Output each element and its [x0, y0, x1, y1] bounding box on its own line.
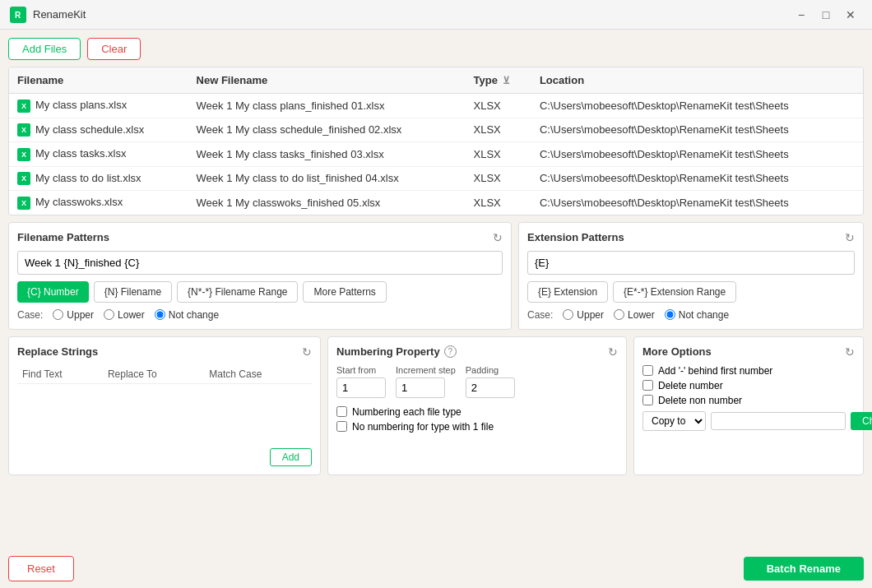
col-new-filename: New Filename [188, 67, 466, 94]
no-numbering-row: No numbering for type with 1 file [336, 421, 618, 433]
ext-btn-extension[interactable]: {E} Extension [527, 281, 608, 303]
titlebar: R RenameKit − □ ✕ [0, 0, 872, 30]
minimize-button[interactable]: − [790, 5, 813, 25]
col-filename: Filename [9, 67, 188, 94]
cell-type: XLSX [466, 142, 531, 167]
filename-case-upper[interactable]: Upper [53, 309, 94, 321]
maximize-button[interactable]: □ [814, 5, 837, 25]
clear-button[interactable]: Clear [87, 38, 141, 60]
replace-add-button[interactable]: Add [270, 448, 312, 466]
more-options-title: More Options [642, 345, 712, 358]
padding-input[interactable] [466, 377, 515, 398]
increment-step-group: Increment step [396, 365, 456, 398]
pattern-btn-filename-range[interactable]: {N*-*} Filename Range [177, 281, 298, 303]
pattern-btn-number[interactable]: {C} Number [17, 281, 89, 303]
batch-rename-button[interactable]: Batch Rename [744, 557, 864, 581]
extension-case-lower[interactable]: Lower [614, 309, 655, 321]
filename-case-lower[interactable]: Lower [104, 309, 145, 321]
cell-type: XLSX [466, 166, 531, 191]
extension-case-upper[interactable]: Upper [563, 309, 604, 321]
replace-strings-refresh-icon[interactable]: ↻ [302, 345, 312, 359]
change-button[interactable]: Change [851, 412, 872, 430]
cell-location: C:\Users\mobeesoft\Desktop\RenameKit tes… [531, 94, 863, 118]
extension-patterns-header: Extension Patterns ↻ [527, 231, 855, 244]
padding-group: Padding [466, 365, 515, 398]
filename-case-notchange[interactable]: Not change [155, 309, 219, 321]
replace-strings-panel: Replace Strings ↻ Find Text Replace To M… [8, 336, 321, 475]
no-numbering-label: No numbering for type with 1 file [352, 421, 494, 433]
more-options-refresh-icon[interactable]: ↻ [845, 345, 855, 359]
extension-pattern-buttons: {E} Extension {E*-*} Extension Range [527, 281, 855, 303]
delete-number-checkbox[interactable] [642, 380, 653, 391]
more-options-header: More Options ↻ [642, 345, 855, 359]
cell-filename: XMy class plans.xlsx [9, 94, 188, 118]
extension-case-row: Case: Upper Lower Not change [527, 309, 855, 321]
app-logo: R [10, 7, 26, 23]
numbering-each-file-checkbox[interactable] [336, 406, 347, 417]
numbering-property-refresh-icon[interactable]: ↻ [608, 345, 618, 359]
extension-case-notchange[interactable]: Not change [665, 309, 729, 321]
cell-new-filename: Week 1 My class to do list_finished 04.x… [188, 166, 466, 191]
close-button[interactable]: ✕ [839, 5, 862, 25]
copy-to-input[interactable] [711, 412, 846, 430]
copy-to-select[interactable]: Copy to Move to [642, 411, 706, 431]
reset-button[interactable]: Reset [8, 556, 74, 581]
cell-new-filename: Week 1 My class plans_finished 01.xlsx [188, 94, 466, 118]
start-from-group: Start from [336, 365, 386, 398]
cell-type: XLSX [466, 191, 531, 215]
replace-strings-title: Replace Strings [17, 345, 98, 358]
cell-location: C:\Users\mobeesoft\Desktop\RenameKit tes… [531, 191, 863, 215]
pattern-btn-filename[interactable]: {N} Filename [94, 281, 172, 303]
cell-new-filename: Week 1 My classwoks_finished 05.xlsx [188, 191, 466, 215]
col-type: Type ⊻ [466, 67, 531, 94]
filename-patterns-panel: Filename Patterns ↻ {C} Number {N} Filen… [8, 222, 512, 330]
file-icon: X [17, 197, 30, 210]
table-header-row: Filename New Filename Type ⊻ Location [9, 67, 863, 94]
filter-icon[interactable]: ⊻ [503, 75, 510, 86]
replace-strings-header: Replace Strings ↻ [17, 345, 312, 359]
copy-to-row: Copy to Move to Change [642, 411, 855, 431]
file-icon: X [17, 100, 30, 113]
numbering-info-icon[interactable]: ? [444, 345, 457, 358]
start-from-input[interactable] [336, 377, 386, 398]
numbering-property-header: Numbering Property ? ↻ [336, 345, 618, 359]
delete-non-number-row: Delete non number [642, 395, 855, 406]
replace-col-match: Match Case [204, 365, 312, 384]
delete-number-label: Delete number [658, 380, 723, 391]
filename-pattern-input[interactable] [17, 251, 503, 275]
extension-pattern-input[interactable] [527, 251, 855, 275]
app-title: RenameKit [33, 8, 790, 21]
file-icon: X [17, 123, 30, 137]
toolbar: Add Files Clear [8, 38, 864, 60]
delete-non-number-checkbox[interactable] [642, 395, 653, 405]
extension-patterns-refresh-icon[interactable]: ↻ [845, 231, 855, 244]
increment-step-input[interactable] [396, 377, 445, 398]
no-numbering-checkbox[interactable] [336, 421, 347, 432]
add-files-button[interactable]: Add Files [8, 38, 81, 60]
cell-new-filename: Week 1 My class schedule_finished 02.xls… [188, 118, 466, 142]
numbering-property-panel: Numbering Property ? ↻ Start from Increm… [327, 336, 627, 475]
panel-row-2: Replace Strings ↻ Find Text Replace To M… [8, 336, 864, 475]
padding-label: Padding [466, 365, 515, 375]
delete-non-number-label: Delete non number [658, 395, 742, 406]
cell-filename: XMy class to do list.xlsx [9, 166, 188, 191]
filename-case-row: Case: Upper Lower Not change [17, 309, 503, 321]
filename-patterns-header: Filename Patterns ↻ [17, 231, 503, 244]
numbering-fields: Start from Increment step Padding [336, 365, 618, 398]
delete-number-row: Delete number [642, 380, 855, 391]
file-table: Filename New Filename Type ⊻ Location XM… [9, 67, 863, 215]
ext-btn-range[interactable]: {E*-*} Extension Range [613, 281, 736, 303]
filename-patterns-refresh-icon[interactable]: ↻ [493, 231, 503, 244]
replace-table: Find Text Replace To Match Case [17, 365, 312, 442]
add-dash-row: Add '-' behind first number [642, 365, 855, 377]
col-location: Location [531, 67, 863, 94]
add-dash-checkbox[interactable] [642, 365, 653, 376]
panel-row-1: Filename Patterns ↻ {C} Number {N} Filen… [8, 222, 864, 330]
numbering-each-file-label: Numbering each file type [352, 406, 462, 418]
add-dash-label: Add '-' behind first number [658, 365, 772, 377]
filename-case-label: Case: [17, 309, 43, 321]
bottom-panels: Filename Patterns ↻ {C} Number {N} Filen… [8, 222, 864, 541]
pattern-btn-more[interactable]: More Patterns [303, 281, 386, 303]
file-table-body: XMy class plans.xlsx Week 1 My class pla… [9, 94, 863, 215]
replace-col-find: Find Text [17, 365, 103, 384]
